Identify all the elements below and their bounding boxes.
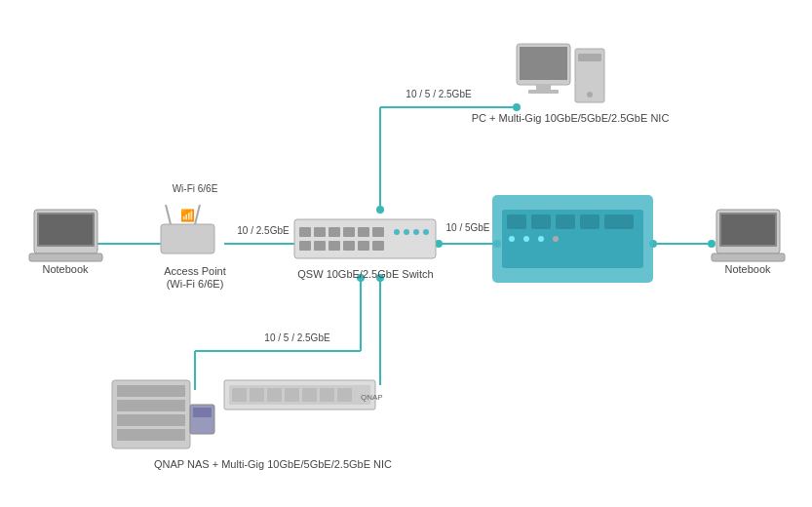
network-diagram: 📶	[0, 0, 812, 507]
svg-rect-30	[314, 227, 326, 237]
svg-rect-68	[117, 385, 185, 397]
link-ap-switch-label: 10 / 2.5GbE	[237, 225, 290, 236]
access-point-label: Access Point	[164, 265, 226, 277]
svg-rect-29	[299, 227, 311, 237]
svg-point-19	[708, 240, 715, 248]
svg-rect-66	[712, 254, 785, 261]
pc-label: PC + Multi-Gig 10GbE/5GbE/2.5GbE NIC	[472, 112, 670, 124]
svg-rect-38	[343, 241, 355, 251]
svg-point-41	[394, 229, 400, 235]
svg-rect-70	[117, 414, 185, 426]
svg-rect-57	[578, 54, 601, 61]
svg-text:📶: 📶	[180, 208, 195, 222]
wifi-label: Wi-Fi 6/6E	[173, 183, 218, 194]
switch-label: QSW 10GbE/2.5GbE Switch	[297, 268, 433, 280]
svg-rect-31	[329, 227, 340, 237]
svg-rect-34	[372, 227, 384, 237]
svg-rect-33	[358, 227, 369, 237]
svg-rect-24	[161, 224, 214, 254]
svg-point-58	[587, 92, 593, 98]
notebook-left-label: Notebook	[42, 263, 89, 275]
svg-point-52	[509, 236, 515, 242]
svg-point-53	[523, 236, 529, 242]
svg-rect-22	[39, 214, 93, 245]
svg-rect-60	[520, 47, 567, 80]
svg-rect-77	[250, 388, 264, 402]
svg-point-54	[538, 236, 544, 242]
svg-rect-78	[267, 388, 282, 402]
svg-rect-39	[358, 241, 369, 251]
svg-point-18	[513, 103, 521, 111]
svg-rect-80	[302, 388, 317, 402]
svg-rect-51	[604, 214, 634, 229]
svg-rect-40	[372, 241, 384, 251]
access-point-sublabel: (Wi-Fi 6/6E)	[167, 278, 224, 290]
svg-rect-69	[117, 400, 185, 411]
svg-rect-61	[536, 85, 551, 90]
svg-rect-23	[29, 254, 102, 261]
svg-point-44	[423, 229, 429, 235]
nas-label: QNAP NAS + Multi-Gig 10GbE/5GbE/2.5GbE N…	[154, 458, 392, 470]
svg-rect-50	[580, 214, 599, 229]
svg-point-42	[404, 229, 409, 235]
svg-rect-28	[294, 219, 436, 258]
svg-rect-49	[556, 214, 575, 229]
link-bottom-label: 10 / 5 / 2.5GbE	[264, 332, 330, 343]
svg-point-55	[553, 236, 559, 242]
svg-point-6	[376, 206, 384, 214]
link-top-label: 10 / 5 / 2.5GbE	[406, 89, 472, 99]
svg-rect-35	[299, 241, 311, 251]
svg-line-26	[195, 205, 200, 224]
svg-rect-76	[232, 388, 247, 402]
svg-rect-36	[314, 241, 326, 251]
svg-rect-47	[507, 214, 526, 229]
svg-line-25	[166, 205, 171, 224]
svg-rect-73	[193, 408, 212, 417]
notebook-right-label: Notebook	[724, 263, 771, 275]
svg-text:QNAP: QNAP	[361, 393, 383, 402]
svg-rect-79	[285, 388, 299, 402]
svg-rect-48	[531, 214, 551, 229]
svg-rect-65	[721, 214, 775, 245]
svg-point-43	[413, 229, 419, 235]
svg-rect-62	[528, 90, 559, 94]
svg-rect-71	[117, 429, 185, 441]
svg-rect-32	[343, 227, 355, 237]
svg-rect-82	[337, 388, 352, 402]
svg-rect-37	[329, 241, 340, 251]
link-switch-qnap-label: 10 / 5GbE	[445, 222, 489, 233]
svg-rect-81	[320, 388, 334, 402]
